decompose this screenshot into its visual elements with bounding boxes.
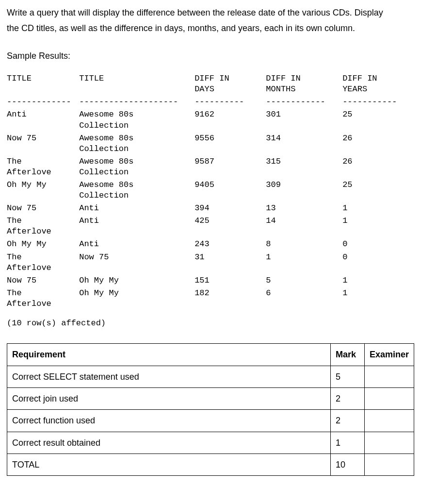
- header-diff-days: DIFF IN DAYS: [194, 72, 266, 96]
- cell-days: 9556: [194, 132, 266, 155]
- table-row: TheAfterloveAwesome 80sCollection9587315…: [7, 155, 414, 179]
- table-row: AntiAwesome 80sCollection916230125: [7, 108, 414, 132]
- cell-title2-l1: Oh My My: [79, 275, 192, 286]
- rubric-total-row: TOTAL10: [7, 454, 414, 476]
- cell-months: 309: [266, 179, 342, 202]
- cell-title1-l1: Anti: [7, 109, 76, 120]
- rows-affected: (10 row(s) affected): [7, 318, 414, 329]
- cell-years: 1: [342, 202, 414, 215]
- cell-title2: Anti: [79, 238, 194, 251]
- header-diff-years: DIFF IN YEARS: [342, 72, 414, 96]
- cell-title2-l2: Collection: [79, 120, 192, 131]
- cell-title1-l2: Afterlove: [7, 167, 76, 178]
- cell-title2: Oh My My: [79, 274, 194, 287]
- cell-title1: Now 75: [7, 202, 79, 215]
- cell-days: 9162: [194, 108, 266, 132]
- cell-title2-l1: Oh My My: [79, 288, 192, 299]
- cell-days: 9587: [194, 155, 266, 179]
- cell-title1: Now 75: [7, 132, 79, 155]
- cell-title1-l1: Now 75: [7, 133, 76, 144]
- rubric-mark: 5: [330, 366, 364, 387]
- rubric-total-mark: 10: [330, 454, 364, 476]
- cell-title2-l1: Awesome 80s: [79, 156, 192, 167]
- cell-months: 1: [266, 251, 342, 274]
- cell-title1-l1: Now 75: [7, 275, 76, 286]
- cell-title2-l1: Anti: [79, 203, 192, 214]
- rubric-requirement: Correct result obtained: [7, 432, 331, 454]
- rubric-requirement: Correct function used: [7, 410, 331, 432]
- header-title1: TITLE: [7, 72, 79, 96]
- rubric-row: Correct SELECT statement used5: [7, 366, 414, 387]
- table-row: TheAfterloveOh My My18261: [7, 287, 414, 310]
- header-diff-years-l1: DIFF IN: [342, 73, 411, 84]
- header-diff-days-l1: DIFF IN: [194, 73, 263, 84]
- cell-title2-l2: Collection: [79, 190, 192, 201]
- question-text: Write a query that will display the diff…: [7, 5, 414, 36]
- results-table: TITLE TITLE DIFF IN DAYS DIFF IN MONTHS …: [7, 72, 414, 310]
- rubric-header-requirement: Requirement: [7, 344, 331, 366]
- cell-months: 14: [266, 215, 342, 238]
- header-diff-days-l2: DAYS: [194, 84, 263, 95]
- rubric-header-mark: Mark: [330, 344, 364, 366]
- cell-title1: TheAfterlove: [7, 155, 79, 179]
- cell-title1: TheAfterlove: [7, 287, 79, 310]
- cell-title1-l1: The: [7, 216, 76, 226]
- cell-years: 0: [342, 238, 414, 251]
- dashes-c3: ----------: [194, 96, 266, 108]
- cell-title1: Oh My My: [7, 238, 79, 251]
- cell-title2-l1: Awesome 80s: [79, 109, 192, 120]
- header-diff-months-l2: MONTHS: [266, 84, 340, 95]
- cell-days: 31: [194, 251, 266, 274]
- cell-months: 8: [266, 238, 342, 251]
- cell-title1: Now 75: [7, 274, 79, 287]
- cell-title2: Anti: [79, 202, 194, 215]
- cell-title2: Awesome 80sCollection: [79, 108, 194, 132]
- cell-months: 314: [266, 132, 342, 155]
- cell-title1: Oh My My: [7, 179, 79, 202]
- rubric-row: Correct function used2: [7, 410, 414, 432]
- cell-years: 1: [342, 287, 414, 310]
- cell-years: 25: [342, 179, 414, 202]
- cell-title2-l1: Anti: [79, 239, 192, 250]
- sample-results-label: Sample Results:: [7, 48, 414, 64]
- rubric-header-row: Requirement Mark Examiner: [7, 344, 414, 366]
- cell-title1: TheAfterlove: [7, 215, 79, 238]
- question-line2: the CD titles, as well as the difference…: [7, 23, 355, 33]
- cell-title2-l2: Collection: [79, 167, 192, 178]
- cell-days: 151: [194, 274, 266, 287]
- results-dashes-row: ------------- -------------------- -----…: [7, 96, 414, 108]
- cell-title2-l1: Awesome 80s: [79, 180, 192, 190]
- rubric-mark: 2: [330, 387, 364, 409]
- cell-title2-l1: Now 75: [79, 252, 192, 263]
- cell-years: 26: [342, 132, 414, 155]
- rubric-total-label: TOTAL: [7, 454, 331, 476]
- cell-title1: Anti: [7, 108, 79, 132]
- cell-years: 1: [342, 215, 414, 238]
- rubric-mark: 2: [330, 410, 364, 432]
- cell-title2: Anti: [79, 215, 194, 238]
- rubric-requirement: Correct join used: [7, 387, 331, 409]
- cell-title1-l2: Afterlove: [7, 226, 76, 237]
- rubric-requirement: Correct SELECT statement used: [7, 366, 331, 387]
- header-diff-months-l1: DIFF IN: [266, 73, 340, 84]
- dashes-c5: -----------: [342, 96, 414, 108]
- cell-months: 13: [266, 202, 342, 215]
- cell-years: 0: [342, 251, 414, 274]
- question-line1: Write a query that will display the diff…: [7, 8, 383, 17]
- table-row: TheAfterloveNow 753110: [7, 251, 414, 274]
- header-title2-text: TITLE: [79, 73, 192, 84]
- rubric-table: Requirement Mark Examiner Correct SELECT…: [7, 343, 414, 476]
- rubric-examiner: [364, 387, 414, 409]
- cell-title2-l1: Anti: [79, 216, 192, 226]
- rubric-mark: 1: [330, 432, 364, 454]
- cell-days: 394: [194, 202, 266, 215]
- table-row: Now 75Oh My My15151: [7, 274, 414, 287]
- table-row: Now 75Anti394131: [7, 202, 414, 215]
- rubric-examiner: [364, 410, 414, 432]
- cell-months: 315: [266, 155, 342, 179]
- cell-days: 9405: [194, 179, 266, 202]
- rubric-total-examiner: [364, 454, 414, 476]
- dashes-c2: --------------------: [79, 96, 194, 108]
- cell-title1-l2: Afterlove: [7, 263, 76, 273]
- cell-title1-l1: The: [7, 288, 76, 299]
